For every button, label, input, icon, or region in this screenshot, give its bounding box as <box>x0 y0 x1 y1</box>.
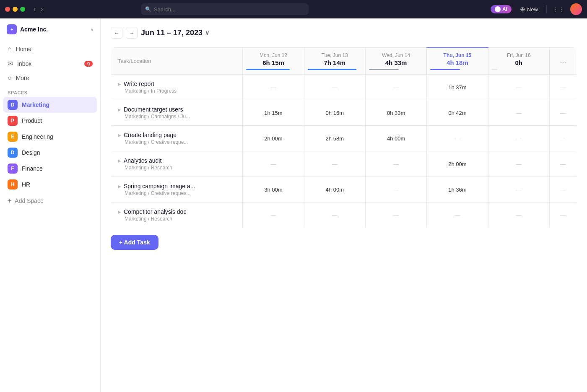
task-name: ▶ Spring campaign image a... <box>118 183 236 190</box>
add-space-button[interactable]: + Add Space <box>0 194 100 208</box>
plus-icon: ⊕ <box>520 5 525 13</box>
day-hours-tue: 7h 14m <box>308 59 362 66</box>
time-cell[interactable]: — <box>304 202 365 228</box>
day-col-thu: Thu, Jun 15 4h 18m <box>427 48 488 75</box>
sidebar-item-more[interactable]: ○ More <box>3 71 97 85</box>
day-bar-tue <box>308 69 356 70</box>
task-col-header: Task/Location <box>111 48 243 75</box>
time-cell[interactable]: — <box>365 75 426 100</box>
extra-cell: — <box>549 151 577 177</box>
time-cell[interactable]: — <box>488 100 549 126</box>
day-name-mon: Mon, Jun 12 <box>246 52 300 58</box>
task-location: Marketing / Research <box>118 165 236 171</box>
time-cell[interactable]: — <box>488 126 549 151</box>
time-empty: — <box>393 84 399 91</box>
time-cell: 2h 00m <box>427 151 488 177</box>
back-arrow[interactable]: ‹ <box>32 5 37 13</box>
ai-button[interactable]: AI <box>491 5 512 13</box>
day-col-fri: Fri, Jun 16 0h <box>488 48 549 75</box>
spaces-section-label: Spaces <box>0 87 100 97</box>
time-cell[interactable]: — <box>488 177 549 202</box>
sidebar-item-marketing[interactable]: D Marketing <box>3 97 97 113</box>
topbar-right: AI ⊕ New ⋮⋮ <box>491 3 582 15</box>
space-dot-product: P <box>8 116 18 126</box>
workspace-header[interactable]: Acme Inc. ∨ <box>0 18 100 40</box>
expand-icon[interactable]: ▶ <box>118 82 121 86</box>
sidebar-item-product[interactable]: P Product <box>3 113 97 129</box>
time-cell[interactable]: — <box>427 126 488 151</box>
expand-icon[interactable]: ▶ <box>118 158 121 163</box>
time-cell[interactable]: — <box>488 75 549 100</box>
sidebar-item-finance[interactable]: F Finance <box>3 161 97 177</box>
workspace-name: Acme Inc. <box>20 26 48 33</box>
date-range-text: Jun 11 – 17, 2023 <box>141 29 203 37</box>
time-cell[interactable]: — <box>304 151 365 177</box>
time-cell[interactable]: — <box>365 177 426 202</box>
space-label-design: Design <box>22 149 40 156</box>
search-input[interactable] <box>154 6 304 13</box>
time-cell: 4h 00m <box>304 177 365 202</box>
time-cell[interactable]: — <box>243 151 304 177</box>
ai-icon <box>495 6 501 12</box>
time-cell: 1h 15m <box>243 100 304 126</box>
sidebar-item-inbox[interactable]: ✉ Inbox 9 <box>3 56 97 71</box>
time-empty: — <box>516 135 522 142</box>
day-col-tue: Tue, Jun 13 7h 14m <box>304 48 365 75</box>
time-cell: 4h 00m <box>365 126 426 151</box>
extra-cell: — <box>549 100 577 126</box>
minimize-button[interactable] <box>13 7 18 12</box>
time-cell[interactable]: — <box>365 151 426 177</box>
search-bar[interactable]: 🔍 <box>141 3 309 15</box>
day-col-mon: Mon, Jun 12 6h 15m <box>243 48 304 75</box>
space-label-finance: Finance <box>22 165 43 172</box>
time-cell[interactable]: — <box>365 202 426 228</box>
ai-label: AI <box>502 6 507 12</box>
sidebar-home-label: Home <box>16 46 31 52</box>
time-cell[interactable]: — <box>488 151 549 177</box>
prev-week-button[interactable]: ← <box>111 27 122 39</box>
table-row: ▶ Document target users Marketing / Camp… <box>111 100 577 126</box>
search-icon: 🔍 <box>145 6 151 12</box>
sidebar-item-home[interactable]: ⌂ Home <box>3 42 97 56</box>
add-task-button[interactable]: + Add Task <box>111 235 158 250</box>
forward-arrow[interactable]: › <box>39 5 44 13</box>
browser-nav: ‹ › <box>32 5 45 13</box>
task-name-text: Analytics audit <box>124 157 161 164</box>
day-col-wed: Wed, Jun 14 4h 33m <box>365 48 426 75</box>
time-cell[interactable]: — <box>304 75 365 100</box>
time-cell[interactable]: — <box>243 202 304 228</box>
grid-icon[interactable]: ⋮⋮ <box>552 5 565 13</box>
time-empty: — <box>516 212 522 218</box>
avatar[interactable] <box>570 3 582 15</box>
time-cell[interactable]: — <box>427 202 488 228</box>
content-area: ← → Jun 11 – 17, 2023 ∨ Task/Location Mo… <box>101 18 587 392</box>
new-button[interactable]: ⊕ New <box>517 4 541 15</box>
sidebar-item-design[interactable]: D Design <box>3 145 97 161</box>
workspace-chevron-icon: ∨ <box>91 27 94 32</box>
time-empty: — <box>393 187 399 193</box>
space-dot-design: D <box>8 148 18 158</box>
time-empty: — <box>270 161 276 167</box>
sidebar-item-hr[interactable]: H HR <box>3 177 97 192</box>
time-cell: 3h 00m <box>243 177 304 202</box>
sidebar-item-engineering[interactable]: E Engineering <box>3 129 97 145</box>
task-name-text: Write report <box>124 80 154 87</box>
day-bar-fri <box>492 69 497 70</box>
day-name-thu: Thu, Jun 15 <box>430 52 484 58</box>
date-range[interactable]: Jun 11 – 17, 2023 ∨ <box>141 29 209 37</box>
window-controls <box>5 7 25 12</box>
time-cell[interactable]: — <box>488 202 549 228</box>
time-empty: — <box>332 84 338 91</box>
expand-icon[interactable]: ▶ <box>118 107 121 112</box>
close-button[interactable] <box>5 7 10 12</box>
expand-icon[interactable]: ▶ <box>118 133 121 138</box>
expand-icon[interactable]: ▶ <box>118 210 121 214</box>
time-cell[interactable]: — <box>243 75 304 100</box>
maximize-button[interactable] <box>20 7 25 12</box>
time-empty: — <box>393 161 399 167</box>
next-week-button[interactable]: → <box>126 27 138 39</box>
time-cell: 2h 00m <box>243 126 304 151</box>
time-empty: — <box>270 84 276 91</box>
time-cell: 0h 42m <box>427 100 488 126</box>
expand-icon[interactable]: ▶ <box>118 184 121 189</box>
